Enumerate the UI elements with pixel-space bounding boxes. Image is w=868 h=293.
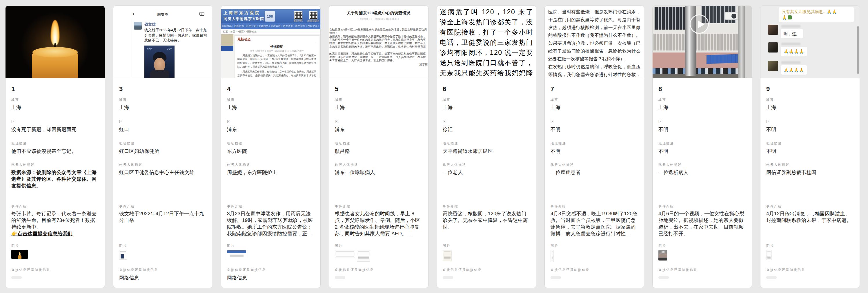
field-label-address: 地址描述 [766, 141, 854, 145]
field-label-event: 事件介绍 [658, 204, 746, 208]
evidence-thumbnail[interactable] [551, 250, 554, 262]
empty-value-pill [335, 276, 345, 279]
city-value: 上海 [443, 104, 530, 111]
address-value: 虹口区妇幼保健所 [119, 148, 207, 155]
death-record-card[interactable]: 只有其女儿眼见其病逝...🙏🙏 🙏 啊，这。 🙏🙏🙏🙏 🙏🙏🙏🙏 9 城市上海 … [760, 5, 860, 288]
field-label-event: 事件介绍 [766, 204, 854, 208]
play-button-icon[interactable] [690, 14, 709, 34]
post-text: 钱文雄于2022年4月12日下午一点十九分去世。疫情期间一切从简。家属目前悲痛不… [144, 28, 210, 43]
field-label-event: 事件介绍 [119, 204, 207, 208]
deceased-value: 周盛妮，东方医院护士 [227, 169, 315, 176]
evidence-thumbnail[interactable] [227, 250, 246, 259]
evidence-thumbnail[interactable] [335, 250, 355, 258]
post-photo: NAP JUV [144, 46, 175, 79]
field-label-deceased: 死者大体描述 [119, 163, 207, 167]
city-value: 上海 [658, 104, 746, 111]
field-label-direct: 直接信息还是间接信息 [658, 268, 746, 272]
field-label-city: 城市 [551, 97, 638, 101]
death-record-card[interactable]: 8 城市上海 区不明 地址描述不明 死者大体描述一位透析病人 事件介绍4月6日的… [652, 5, 752, 288]
field-label-deceased: 死者大体描述 [11, 163, 99, 167]
field-label-deceased: 死者大体描述 [766, 163, 854, 167]
qr-code: 患者移动服务平台 [309, 11, 317, 20]
chat-bubble: 🙏🙏🙏🙏 [781, 47, 807, 56]
event-value: 4月3日突感不适，晚上19:30叫了120急救。当时面临全员核酸，三甲医院门急诊… [551, 210, 638, 237]
address-value: 他们不应该被漠视甚至忘记。 [11, 148, 99, 155]
qr-code: 微信二维码 [294, 11, 302, 20]
card-number: 6 [443, 78, 530, 93]
window-grille [654, 7, 689, 30]
wechat-group-chat-screenshot: 只有其女儿眼见其病逝...🙏🙏 🙏 啊，这。 🙏🙏🙏🙏 🙏🙏🙏🙏 [761, 6, 860, 78]
field-label-district: 区 [11, 119, 99, 124]
evidence-thumbnail[interactable] [357, 250, 370, 262]
candle-body [32, 48, 78, 78]
district-value: 浦东 [227, 126, 315, 133]
address-value: 航昌路 [335, 148, 423, 155]
avatar [768, 61, 778, 71]
card-number: 7 [551, 78, 638, 93]
card-number: 8 [658, 78, 746, 93]
field-label-deceased: 死者大体描述 [335, 163, 423, 167]
evidence-thumbnail[interactable] [658, 250, 667, 261]
doc-body: 在航昌路376弄小区120急救医生未向求救患者施救的情况，我委立即连夜启动调 报… [329, 28, 428, 66]
evidence-thumbnail[interactable] [119, 250, 127, 260]
field-label-direct: 直接信息还是间接信息 [443, 268, 530, 272]
video-still-screenshot [653, 6, 752, 78]
chat-bubble: 🙏🙏🙏🙏 [781, 65, 807, 75]
field-label-image: 图片 [551, 244, 638, 248]
field-label-direct: 直接信息还是间接信息 [119, 268, 207, 272]
event-value: 钱文雄于2022年4月12日下午一点十九分自杀 [119, 210, 207, 224]
address-value: 天平路街道永康居民区 [443, 148, 530, 155]
doc-title: 情况说明 [238, 45, 316, 49]
wechat-moments-screenshot: ‹ 朋友圈 钱文雄 钱文雄于2022年4月12日下午一点十九分去世。疫情期间一切… [113, 6, 213, 78]
field-label-event: 事件介绍 [227, 204, 315, 208]
event-value: 4月12日传出消息，韦桂国因脑溢血、封控期间联系救治未果，于家中病逝。 [766, 210, 854, 224]
district-value: 浦东 [335, 126, 423, 133]
field-label-address: 地址描述 [551, 141, 638, 145]
death-record-card[interactable]: 1 城市上海 区没有死于新冠，却因新冠而死 地址描述他们不应该被漠视甚至忘记。 … [5, 5, 105, 288]
city-value: 上海 [766, 104, 854, 111]
evidence-thumbnail[interactable] [766, 250, 772, 260]
address-value: 东方医院 [227, 148, 315, 155]
field-label-district: 区 [443, 119, 530, 124]
scrollbar[interactable] [857, 26, 859, 74]
city-value: 上海 [335, 104, 423, 111]
face-shape [154, 58, 165, 71]
district-value: 虹口 [119, 126, 207, 133]
deceased-value: 网信证券副总裁韦桂国 [766, 169, 854, 176]
chat-bubble: 啊，这。 [781, 29, 803, 38]
field-label-direct: 直接信息还是间接信息 [11, 268, 99, 272]
death-record-card[interactable]: 迷病危了叫 120，120 来了说全上海发热门诊都关了，没有医院接收，打了一个多… [437, 5, 536, 288]
scoreboard-text: NAP [147, 48, 152, 50]
direct-value: 网络信息 [119, 274, 207, 281]
field-label-city: 城市 [443, 97, 530, 101]
field-label-deceased: 死者大体描述 [551, 163, 638, 167]
camera-icon [199, 12, 205, 16]
field-label-address: 地址描述 [658, 141, 746, 145]
anniversary-100-badge: 100 [265, 11, 275, 22]
field-label-deceased: 死者大体描述 [658, 163, 746, 167]
evidence-thumbnail[interactable] [11, 250, 28, 259]
empty-value-pill [551, 276, 561, 279]
death-record-card[interactable]: ‹ 朋友圈 钱文雄 钱文雄于2022年4月12日下午一点十九分去世。疫情期间一切… [113, 5, 213, 288]
death-record-card[interactable]: 关于对浦东120急救中心的调查情况 【信息来源：】【信息时间：2022-03-3… [329, 5, 429, 288]
field-label-address: 地址描述 [335, 141, 423, 145]
doc-paragraph: 周盛妮为我院护士，一直在院内从事护理相关工作。3月23日在家中哮喘发作，用药后无… [238, 54, 316, 69]
death-record-card[interactable]: 微博 微博 微博 医院。当时有些低烧，但是发热门诊在消杀，于是在门口的黑夜里等待… [545, 5, 644, 288]
deceased-value: 一位老人 [443, 169, 530, 176]
field-label-district: 区 [335, 119, 423, 124]
metal-duct [738, 6, 745, 78]
evidence-thumbnail[interactable] [443, 250, 452, 261]
doc-signature: 浦东新 [329, 63, 428, 66]
window-grille [653, 34, 745, 52]
hospital-website-screenshot: 上海市东方医院 同济大学附属东方医院 100 微信二维码 患者移动服务平台 医院… [221, 6, 320, 78]
address-value: 不明 [658, 148, 746, 155]
death-record-card[interactable]: 上海市东方医院 同济大学附属东方医院 100 微信二维码 患者移动服务平台 医院… [221, 5, 321, 288]
memorial-candle-photo [5, 6, 105, 78]
card-number: 3 [119, 78, 207, 93]
moments-title: 朋友圈 [130, 12, 195, 17]
city-value: 上海 [551, 104, 638, 111]
green-emoji-image [788, 16, 792, 20]
district-value: 不明 [551, 126, 638, 133]
submit-info-link[interactable]: 👉点击这里提交信息给我们 [11, 231, 73, 236]
district-value: 不明 [658, 126, 746, 133]
